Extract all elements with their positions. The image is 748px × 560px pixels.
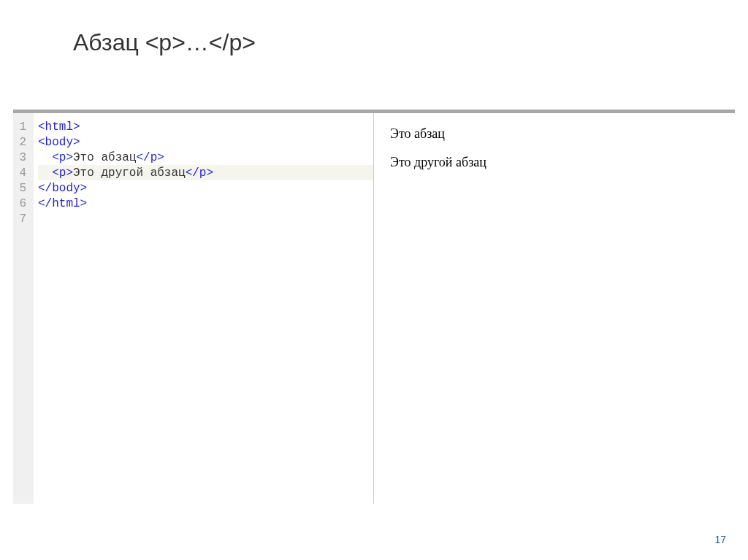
code-line: <p>Это другой абзац</p> (38, 165, 373, 180)
preview-paragraph: Это другой абзац (390, 155, 719, 170)
code-indent (38, 151, 52, 164)
line-number: 6 (18, 196, 26, 211)
code-tag: <p> (52, 151, 73, 164)
line-number: 1 (18, 119, 26, 134)
code-tag: </body> (38, 182, 87, 195)
code-line: <p>Это абзац</p> (38, 150, 373, 165)
line-number: 5 (18, 180, 26, 196)
code-tag: </html> (38, 197, 87, 210)
code-text: Это другой абзац (73, 166, 186, 180)
code-tag: </p> (136, 151, 164, 164)
code-tag: <html> (38, 120, 80, 134)
code-line: </html> (38, 196, 373, 211)
line-number: 3 (18, 150, 26, 165)
code-line: </body> (38, 180, 373, 196)
line-number: 4 (18, 165, 26, 180)
code-line (38, 211, 373, 226)
code-indent (38, 166, 52, 180)
line-number: 2 (18, 134, 26, 150)
code-line: <html> (38, 119, 373, 134)
line-number-gutter: 1 2 3 4 5 6 7 (13, 113, 34, 504)
code-tag: </p> (186, 166, 213, 180)
line-number: 7 (18, 211, 26, 226)
code-content: <html> <body> <p>Это абзац</p> <p>Это др… (34, 113, 373, 504)
code-editor-pane: 1 2 3 4 5 6 7 <html> <body> <p>Это абзац… (13, 113, 374, 504)
preview-pane: Это абзац Это другой абзац (374, 113, 735, 504)
code-text: Это абзац (73, 151, 136, 164)
content-area: 1 2 3 4 5 6 7 <html> <body> <p>Это абзац… (13, 110, 735, 504)
preview-paragraph: Это абзац (390, 126, 719, 142)
code-tag: <body> (38, 136, 80, 149)
slide-title: Абзац <p>…</p> (73, 29, 256, 56)
page-number: 17 (714, 534, 726, 545)
code-line: <body> (38, 134, 373, 150)
code-tag: <p> (52, 166, 73, 180)
